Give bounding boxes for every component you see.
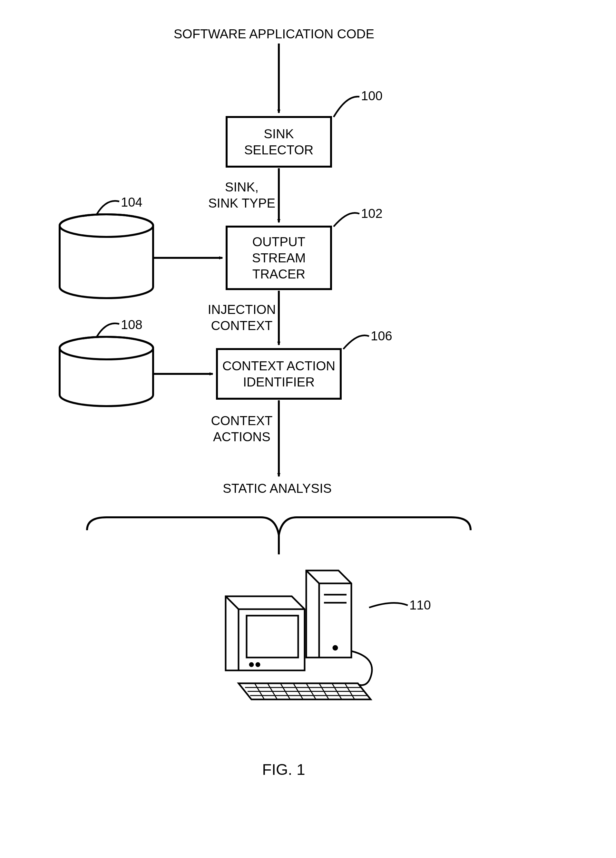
cylinder-injection-type-automata-text: INJECTION TYPE AUTOMATA [64, 238, 148, 287]
box-output-stream-tracer-text: OUTPUT STREAM TRACER [252, 234, 306, 282]
box-sink-selector-text: SINK SELECTOR [244, 126, 314, 158]
box-context-action-identifier: CONTEXT ACTION IDENTIFIER [216, 348, 342, 399]
ref-102: 102 [361, 206, 383, 221]
svg-rect-7 [247, 616, 298, 657]
svg-line-19 [332, 683, 342, 699]
ref-106: 106 [371, 329, 392, 343]
ref-110: 110 [409, 598, 431, 612]
svg-point-6 [333, 646, 337, 650]
svg-point-1 [60, 214, 153, 237]
leader-108 [97, 323, 119, 337]
edge-label-sink-sinktype: SINK, SINK TYPE [206, 179, 277, 211]
box-context-action-identifier-text: CONTEXT ACTION IDENTIFIER [222, 358, 335, 390]
top-label: SOFTWARE APPLICATION CODE [161, 26, 387, 42]
curly-brace [87, 517, 471, 535]
bottom-label-static-analysis: STATIC ANALYSIS [210, 480, 345, 496]
svg-point-9 [256, 663, 260, 666]
leader-110 [369, 603, 408, 608]
svg-line-13 [255, 683, 264, 699]
leader-106 [343, 335, 369, 349]
box-output-stream-tracer: OUTPUT STREAM TRACER [226, 225, 332, 290]
ref-100: 100 [361, 89, 383, 103]
computer-icon [226, 570, 372, 699]
svg-line-17 [306, 683, 316, 699]
svg-line-18 [319, 683, 329, 699]
svg-line-20 [345, 683, 355, 699]
ref-108: 108 [121, 317, 143, 332]
svg-point-3 [60, 337, 153, 359]
edge-label-context-actions: CONTEXT ACTIONS [206, 413, 277, 445]
edge-label-injection-context: INJECTION CONTEXT [206, 302, 277, 334]
figure-caption: FIG. 1 [251, 761, 316, 779]
box-sink-selector: SINK SELECTOR [226, 116, 332, 168]
svg-point-8 [250, 663, 253, 666]
svg-line-15 [280, 683, 290, 699]
cylinder-context-actions-text: CONTEXT ACTIONS [64, 361, 148, 393]
svg-point-0 [60, 214, 153, 237]
svg-point-2 [60, 337, 153, 359]
ref-104: 104 [121, 195, 143, 210]
leader-104 [97, 201, 119, 214]
leader-102 [334, 213, 359, 227]
svg-line-14 [268, 683, 277, 699]
svg-line-16 [293, 683, 303, 699]
leader-100 [334, 97, 359, 117]
